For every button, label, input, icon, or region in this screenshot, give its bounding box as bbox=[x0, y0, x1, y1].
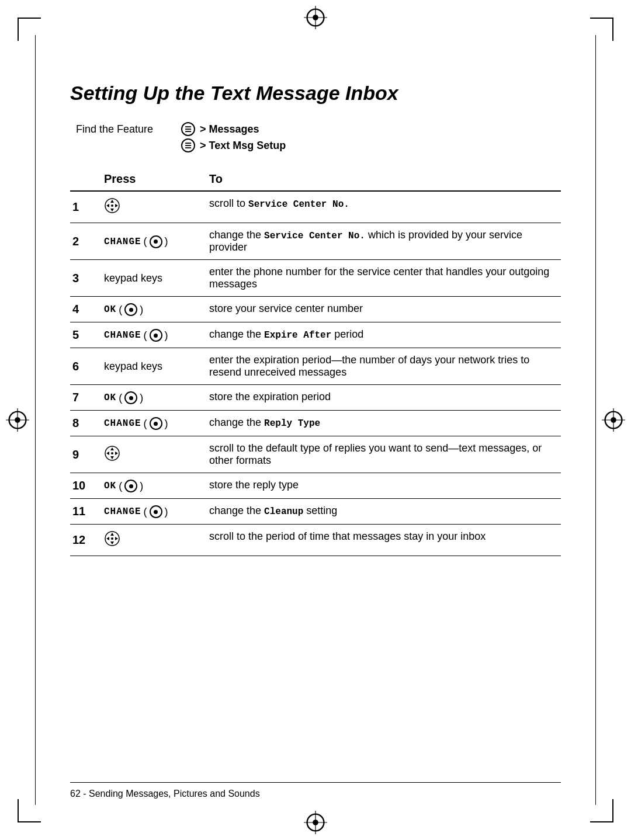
nav-text-setup: > Text Msg Setup bbox=[200, 140, 286, 152]
dot-circle-icon bbox=[150, 505, 162, 518]
row-to: scroll to the period of time that messag… bbox=[204, 525, 561, 556]
svg-point-21 bbox=[111, 204, 113, 207]
row-num: 7 bbox=[70, 385, 99, 411]
dot-circle-icon bbox=[150, 235, 162, 248]
row-num: 10 bbox=[70, 473, 99, 499]
dot-circle-icon bbox=[124, 303, 137, 316]
reg-mark-right bbox=[602, 408, 625, 432]
row-num: 3 bbox=[70, 260, 99, 297]
press-text: keypad keys bbox=[104, 272, 162, 284]
find-feature-row: Find the Feature ☰ > Messages ☰ > Text M… bbox=[70, 122, 561, 152]
table-row: 2 CHANGE () change the Service Center No… bbox=[70, 223, 561, 260]
row-num: 9 bbox=[70, 436, 99, 473]
row-to: change the Cleanup setting bbox=[204, 499, 561, 525]
svg-marker-19 bbox=[106, 204, 109, 207]
table-row: 5 CHANGE () change the Expire After peri… bbox=[70, 322, 561, 348]
footer-text: - Sending Messages, Pictures and Sounds bbox=[81, 789, 260, 799]
to-text: change the Expire After period bbox=[209, 328, 363, 340]
to-bold-text: Expire After bbox=[264, 330, 331, 341]
row-press bbox=[99, 436, 204, 473]
header-to: To bbox=[204, 166, 561, 191]
change-label: CHANGE bbox=[104, 418, 141, 429]
table-row: 11 CHANGE () change the Cleanup setting bbox=[70, 499, 561, 525]
table-row: 10 OK () store the reply type bbox=[70, 473, 561, 499]
nav-text-messages: > Messages bbox=[200, 123, 259, 136]
row-press: OK () bbox=[99, 297, 204, 322]
svg-marker-31 bbox=[106, 537, 109, 540]
svg-marker-26 bbox=[115, 452, 118, 455]
table-row: 4 OK () store your service center number bbox=[70, 297, 561, 322]
table-row: 12 scroll to the period of time that mes… bbox=[70, 525, 561, 556]
ok-label: OK bbox=[104, 481, 116, 491]
row-press: keypad keys bbox=[99, 348, 204, 385]
feature-nav: ☰ > Messages ☰ > Text Msg Setup bbox=[181, 122, 286, 152]
svg-point-27 bbox=[111, 452, 113, 454]
to-bold-text: Reply Type bbox=[264, 418, 320, 429]
row-press: OK () bbox=[99, 385, 204, 411]
dot-circle-icon bbox=[150, 417, 162, 430]
svg-marker-30 bbox=[110, 542, 114, 544]
ok-btn: OK () bbox=[104, 391, 143, 404]
scroll-icon bbox=[104, 197, 120, 214]
nav-item-messages: ☰ > Messages bbox=[181, 122, 286, 136]
corner-mark-bottom-left bbox=[18, 799, 41, 822]
dot-circle-icon bbox=[124, 391, 137, 404]
row-press: CHANGE () bbox=[99, 322, 204, 348]
ok-label: OK bbox=[104, 304, 116, 315]
ok-btn: OK () bbox=[104, 303, 143, 316]
press-text: keypad keys bbox=[104, 360, 162, 372]
find-feature-label: Find the Feature bbox=[76, 122, 169, 136]
row-press: CHANGE () bbox=[99, 223, 204, 260]
to-text: store the reply type bbox=[209, 479, 299, 491]
header-num bbox=[70, 166, 99, 191]
to-text: store your service center number bbox=[209, 303, 363, 314]
svg-marker-18 bbox=[110, 209, 114, 211]
dot-circle-icon bbox=[124, 480, 137, 492]
row-num: 4 bbox=[70, 297, 99, 322]
change-btn: CHANGE () bbox=[104, 417, 168, 430]
page-title: Setting Up the Text Message Inbox bbox=[70, 82, 561, 105]
to-text: enter the expiration period—the number o… bbox=[209, 354, 529, 378]
svg-marker-25 bbox=[106, 452, 109, 455]
instruction-table: Press To 1 scroll to Service Center No.2… bbox=[70, 166, 561, 556]
header-press: Press bbox=[99, 166, 204, 191]
change-label: CHANGE bbox=[104, 237, 141, 247]
change-label: CHANGE bbox=[104, 330, 141, 341]
row-num: 1 bbox=[70, 191, 99, 223]
change-btn: CHANGE () bbox=[104, 235, 168, 248]
svg-marker-23 bbox=[110, 447, 114, 450]
to-text: scroll to Service Center No. bbox=[209, 197, 349, 209]
side-line-right bbox=[595, 35, 596, 805]
menu-icon-2: ☰ bbox=[181, 138, 195, 152]
row-to: store your service center number bbox=[204, 297, 561, 322]
row-num: 6 bbox=[70, 348, 99, 385]
corner-mark-top-left bbox=[18, 18, 41, 41]
to-text: enter the phone number for the service c… bbox=[209, 266, 549, 290]
row-press bbox=[99, 191, 204, 223]
table-row: 1 scroll to Service Center No. bbox=[70, 191, 561, 223]
row-press: OK () bbox=[99, 473, 204, 499]
change-btn: CHANGE () bbox=[104, 329, 168, 342]
change-label: CHANGE bbox=[104, 506, 141, 517]
row-num: 2 bbox=[70, 223, 99, 260]
row-num: 12 bbox=[70, 525, 99, 556]
nav-item-setup: ☰ > Text Msg Setup bbox=[181, 138, 286, 152]
to-text: scroll to the default type of replies yo… bbox=[209, 442, 542, 466]
svg-marker-17 bbox=[110, 200, 114, 203]
row-to: store the expiration period bbox=[204, 385, 561, 411]
table-row: 6keypad keysenter the expiration period—… bbox=[70, 348, 561, 385]
row-to: scroll to Service Center No. bbox=[204, 191, 561, 223]
row-to: change the Service Center No. which is p… bbox=[204, 223, 561, 260]
row-to: store the reply type bbox=[204, 473, 561, 499]
to-text: store the expiration period bbox=[209, 391, 331, 402]
side-line-left bbox=[35, 35, 36, 805]
change-btn: CHANGE () bbox=[104, 505, 168, 518]
to-text: change the Reply Type bbox=[209, 416, 320, 428]
reg-mark-bottom bbox=[304, 811, 327, 834]
row-num: 8 bbox=[70, 411, 99, 436]
reg-mark-left bbox=[6, 408, 29, 432]
to-bold-text: Cleanup bbox=[264, 506, 303, 517]
corner-mark-top-right bbox=[590, 18, 613, 41]
table-row: 7 OK () store the expiration period bbox=[70, 385, 561, 411]
svg-marker-20 bbox=[115, 204, 118, 207]
